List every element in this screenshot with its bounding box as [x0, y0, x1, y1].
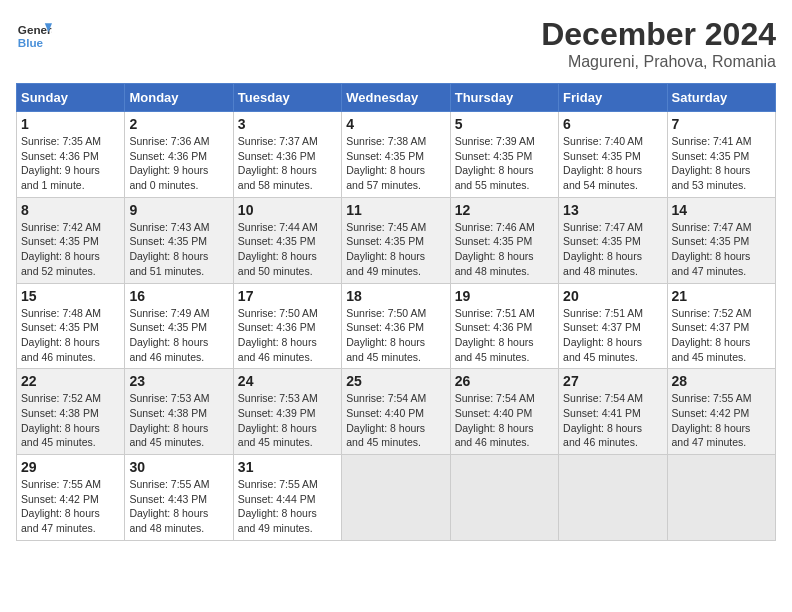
day-number: 17 — [238, 288, 337, 304]
week-row-2: 8Sunrise: 7:42 AM Sunset: 4:35 PM Daylig… — [17, 197, 776, 283]
day-number: 26 — [455, 373, 554, 389]
weekday-header-row: SundayMondayTuesdayWednesdayThursdayFrid… — [17, 84, 776, 112]
day-number: 2 — [129, 116, 228, 132]
day-info: Sunrise: 7:53 AM Sunset: 4:38 PM Dayligh… — [129, 391, 228, 450]
weekday-header-tuesday: Tuesday — [233, 84, 341, 112]
day-info: Sunrise: 7:52 AM Sunset: 4:38 PM Dayligh… — [21, 391, 120, 450]
day-cell — [450, 455, 558, 541]
day-cell: 1Sunrise: 7:35 AM Sunset: 4:36 PM Daylig… — [17, 112, 125, 198]
title-block: December 2024 Magureni, Prahova, Romania — [541, 16, 776, 71]
day-info: Sunrise: 7:36 AM Sunset: 4:36 PM Dayligh… — [129, 134, 228, 193]
day-number: 20 — [563, 288, 662, 304]
day-info: Sunrise: 7:54 AM Sunset: 4:40 PM Dayligh… — [455, 391, 554, 450]
day-number: 14 — [672, 202, 771, 218]
day-cell — [667, 455, 775, 541]
day-cell: 3Sunrise: 7:37 AM Sunset: 4:36 PM Daylig… — [233, 112, 341, 198]
day-cell: 4Sunrise: 7:38 AM Sunset: 4:35 PM Daylig… — [342, 112, 450, 198]
day-number: 8 — [21, 202, 120, 218]
day-info: Sunrise: 7:49 AM Sunset: 4:35 PM Dayligh… — [129, 306, 228, 365]
day-number: 24 — [238, 373, 337, 389]
week-row-1: 1Sunrise: 7:35 AM Sunset: 4:36 PM Daylig… — [17, 112, 776, 198]
day-cell: 7Sunrise: 7:41 AM Sunset: 4:35 PM Daylig… — [667, 112, 775, 198]
day-info: Sunrise: 7:50 AM Sunset: 4:36 PM Dayligh… — [238, 306, 337, 365]
day-cell: 14Sunrise: 7:47 AM Sunset: 4:35 PM Dayli… — [667, 197, 775, 283]
day-number: 15 — [21, 288, 120, 304]
day-cell: 16Sunrise: 7:49 AM Sunset: 4:35 PM Dayli… — [125, 283, 233, 369]
day-cell: 10Sunrise: 7:44 AM Sunset: 4:35 PM Dayli… — [233, 197, 341, 283]
day-info: Sunrise: 7:55 AM Sunset: 4:44 PM Dayligh… — [238, 477, 337, 536]
day-info: Sunrise: 7:52 AM Sunset: 4:37 PM Dayligh… — [672, 306, 771, 365]
day-number: 22 — [21, 373, 120, 389]
day-info: Sunrise: 7:51 AM Sunset: 4:36 PM Dayligh… — [455, 306, 554, 365]
day-info: Sunrise: 7:53 AM Sunset: 4:39 PM Dayligh… — [238, 391, 337, 450]
day-info: Sunrise: 7:47 AM Sunset: 4:35 PM Dayligh… — [563, 220, 662, 279]
day-number: 28 — [672, 373, 771, 389]
day-cell: 20Sunrise: 7:51 AM Sunset: 4:37 PM Dayli… — [559, 283, 667, 369]
calendar-table: SundayMondayTuesdayWednesdayThursdayFrid… — [16, 83, 776, 541]
day-number: 21 — [672, 288, 771, 304]
day-info: Sunrise: 7:39 AM Sunset: 4:35 PM Dayligh… — [455, 134, 554, 193]
day-cell: 18Sunrise: 7:50 AM Sunset: 4:36 PM Dayli… — [342, 283, 450, 369]
day-cell — [342, 455, 450, 541]
svg-text:Blue: Blue — [18, 36, 44, 49]
day-info: Sunrise: 7:50 AM Sunset: 4:36 PM Dayligh… — [346, 306, 445, 365]
month-year-title: December 2024 — [541, 16, 776, 53]
day-cell: 23Sunrise: 7:53 AM Sunset: 4:38 PM Dayli… — [125, 369, 233, 455]
weekday-header-thursday: Thursday — [450, 84, 558, 112]
day-number: 13 — [563, 202, 662, 218]
day-cell: 15Sunrise: 7:48 AM Sunset: 4:35 PM Dayli… — [17, 283, 125, 369]
day-cell: 30Sunrise: 7:55 AM Sunset: 4:43 PM Dayli… — [125, 455, 233, 541]
day-info: Sunrise: 7:54 AM Sunset: 4:41 PM Dayligh… — [563, 391, 662, 450]
day-cell: 28Sunrise: 7:55 AM Sunset: 4:42 PM Dayli… — [667, 369, 775, 455]
weekday-header-sunday: Sunday — [17, 84, 125, 112]
day-info: Sunrise: 7:40 AM Sunset: 4:35 PM Dayligh… — [563, 134, 662, 193]
logo-icon: General Blue — [16, 16, 52, 52]
weekday-header-wednesday: Wednesday — [342, 84, 450, 112]
week-row-3: 15Sunrise: 7:48 AM Sunset: 4:35 PM Dayli… — [17, 283, 776, 369]
weekday-header-monday: Monday — [125, 84, 233, 112]
day-cell: 13Sunrise: 7:47 AM Sunset: 4:35 PM Dayli… — [559, 197, 667, 283]
day-info: Sunrise: 7:55 AM Sunset: 4:42 PM Dayligh… — [21, 477, 120, 536]
day-number: 31 — [238, 459, 337, 475]
day-cell — [559, 455, 667, 541]
day-cell: 26Sunrise: 7:54 AM Sunset: 4:40 PM Dayli… — [450, 369, 558, 455]
day-number: 30 — [129, 459, 228, 475]
day-number: 19 — [455, 288, 554, 304]
day-number: 4 — [346, 116, 445, 132]
day-info: Sunrise: 7:45 AM Sunset: 4:35 PM Dayligh… — [346, 220, 445, 279]
location-subtitle: Magureni, Prahova, Romania — [541, 53, 776, 71]
day-cell: 9Sunrise: 7:43 AM Sunset: 4:35 PM Daylig… — [125, 197, 233, 283]
day-info: Sunrise: 7:35 AM Sunset: 4:36 PM Dayligh… — [21, 134, 120, 193]
page-header: General Blue December 2024 Magureni, Pra… — [16, 16, 776, 71]
day-info: Sunrise: 7:46 AM Sunset: 4:35 PM Dayligh… — [455, 220, 554, 279]
day-cell: 25Sunrise: 7:54 AM Sunset: 4:40 PM Dayli… — [342, 369, 450, 455]
day-cell: 21Sunrise: 7:52 AM Sunset: 4:37 PM Dayli… — [667, 283, 775, 369]
day-number: 27 — [563, 373, 662, 389]
day-number: 3 — [238, 116, 337, 132]
day-info: Sunrise: 7:41 AM Sunset: 4:35 PM Dayligh… — [672, 134, 771, 193]
day-info: Sunrise: 7:54 AM Sunset: 4:40 PM Dayligh… — [346, 391, 445, 450]
day-info: Sunrise: 7:55 AM Sunset: 4:43 PM Dayligh… — [129, 477, 228, 536]
day-number: 9 — [129, 202, 228, 218]
day-cell: 11Sunrise: 7:45 AM Sunset: 4:35 PM Dayli… — [342, 197, 450, 283]
day-cell: 5Sunrise: 7:39 AM Sunset: 4:35 PM Daylig… — [450, 112, 558, 198]
logo: General Blue — [16, 16, 52, 52]
day-info: Sunrise: 7:38 AM Sunset: 4:35 PM Dayligh… — [346, 134, 445, 193]
day-number: 29 — [21, 459, 120, 475]
day-number: 18 — [346, 288, 445, 304]
day-cell: 12Sunrise: 7:46 AM Sunset: 4:35 PM Dayli… — [450, 197, 558, 283]
day-number: 12 — [455, 202, 554, 218]
day-cell: 2Sunrise: 7:36 AM Sunset: 4:36 PM Daylig… — [125, 112, 233, 198]
weekday-header-saturday: Saturday — [667, 84, 775, 112]
day-info: Sunrise: 7:43 AM Sunset: 4:35 PM Dayligh… — [129, 220, 228, 279]
day-info: Sunrise: 7:42 AM Sunset: 4:35 PM Dayligh… — [21, 220, 120, 279]
day-cell: 17Sunrise: 7:50 AM Sunset: 4:36 PM Dayli… — [233, 283, 341, 369]
day-number: 10 — [238, 202, 337, 218]
day-number: 25 — [346, 373, 445, 389]
day-number: 5 — [455, 116, 554, 132]
day-cell: 24Sunrise: 7:53 AM Sunset: 4:39 PM Dayli… — [233, 369, 341, 455]
day-info: Sunrise: 7:44 AM Sunset: 4:35 PM Dayligh… — [238, 220, 337, 279]
day-number: 7 — [672, 116, 771, 132]
day-info: Sunrise: 7:37 AM Sunset: 4:36 PM Dayligh… — [238, 134, 337, 193]
day-cell: 6Sunrise: 7:40 AM Sunset: 4:35 PM Daylig… — [559, 112, 667, 198]
